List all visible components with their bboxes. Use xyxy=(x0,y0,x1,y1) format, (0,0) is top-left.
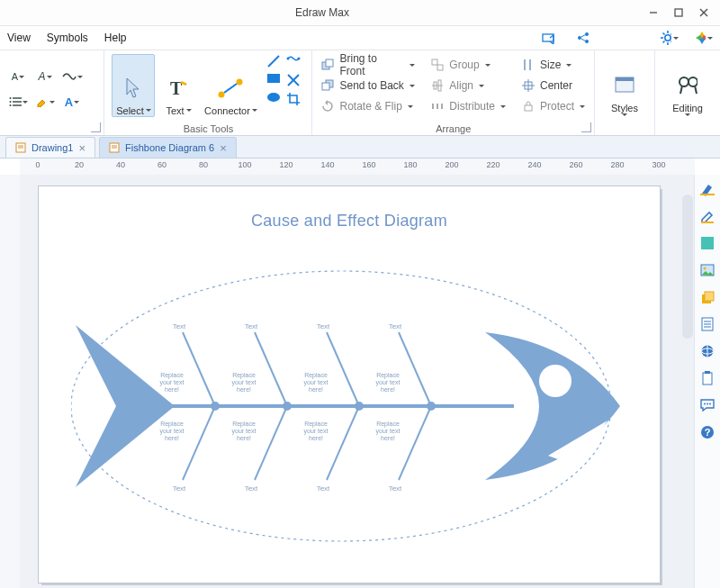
page-icon[interactable] xyxy=(698,315,716,333)
distribute-button[interactable]: Distribute xyxy=(429,97,508,115)
protect-button[interactable]: Protect xyxy=(520,97,587,115)
menu-view[interactable]: View xyxy=(7,32,31,44)
styles-button[interactable]: Styles xyxy=(602,54,647,117)
align-button[interactable]: Align xyxy=(429,77,508,95)
bring-front-label: Bring to Front xyxy=(339,52,404,77)
cross-shape-icon[interactable] xyxy=(286,73,301,87)
svg-rect-30 xyxy=(267,74,280,83)
svg-text:your text: your text xyxy=(376,379,400,386)
size-label: Size xyxy=(540,59,561,71)
minimize-button[interactable] xyxy=(641,4,666,22)
dialog-launcher-arrange-icon[interactable] xyxy=(581,122,591,132)
svg-rect-41 xyxy=(437,65,443,70)
size-button[interactable]: Size xyxy=(520,56,587,74)
svg-rect-46 xyxy=(436,104,438,109)
svg-rect-114 xyxy=(700,194,715,195)
diagram-title: Cause and Effect Diagram xyxy=(39,212,660,231)
fishbone-diagram[interactable]: TextTextReplaceyour texthere!Replaceyour… xyxy=(71,262,629,550)
canvas[interactable]: Cause and Effect Diagram TextTextReplace… xyxy=(20,175,695,588)
svg-rect-1 xyxy=(675,9,682,16)
settings-icon[interactable] xyxy=(661,29,679,47)
svg-text:here!: here! xyxy=(165,435,179,441)
comment-icon[interactable] xyxy=(698,396,716,414)
ribbon: A A A Select T Text Connec xyxy=(0,50,720,136)
crop-shape-icon[interactable] xyxy=(286,92,301,106)
share-icon[interactable] xyxy=(574,29,592,47)
svg-point-32 xyxy=(287,58,290,60)
edit-icon[interactable] xyxy=(698,207,716,225)
rect-shape-icon[interactable] xyxy=(266,73,281,87)
svg-text:Replace: Replace xyxy=(160,421,184,428)
bring-to-front-button[interactable]: Bring to Front xyxy=(320,56,417,74)
image-icon[interactable] xyxy=(698,261,716,279)
svg-point-56 xyxy=(680,77,688,86)
svg-text:here!: here! xyxy=(165,386,179,393)
ruler-tick: 160 xyxy=(362,160,375,169)
connector-tool[interactable]: Connector xyxy=(202,54,259,117)
group-button[interactable]: Group xyxy=(429,56,508,74)
rotate-flip-button[interactable]: Rotate & Flip xyxy=(320,97,417,115)
center-button[interactable]: Center xyxy=(520,77,587,95)
menu-help[interactable]: Help xyxy=(104,32,127,44)
page[interactable]: Cause and Effect Diagram TextTextReplace… xyxy=(38,185,661,583)
text-tool[interactable]: T Text xyxy=(157,54,200,117)
maximize-button[interactable] xyxy=(666,4,691,22)
font-size-button[interactable]: A xyxy=(7,67,29,86)
svg-line-81 xyxy=(255,332,287,406)
svg-text:Text: Text xyxy=(245,484,258,493)
select-label: Select xyxy=(116,105,144,116)
scrollbar-vertical[interactable] xyxy=(682,194,693,339)
document-tabs: Drawing1 × Fishbone Diagram 6 × xyxy=(0,136,720,158)
svg-rect-4 xyxy=(543,34,554,41)
svg-point-94 xyxy=(355,402,364,411)
svg-point-72 xyxy=(211,402,220,411)
svg-point-105 xyxy=(427,402,436,411)
svg-point-23 xyxy=(9,101,11,103)
color-swatch-icon[interactable] xyxy=(698,234,716,252)
svg-point-132 xyxy=(709,403,711,405)
theme-icon[interactable] xyxy=(698,180,716,198)
pencil-shape-icon[interactable] xyxy=(286,54,301,68)
help-icon[interactable]: ? xyxy=(698,423,716,441)
svg-text:Text: Text xyxy=(317,484,330,493)
line-style-button[interactable] xyxy=(61,67,83,86)
send-back-label: Send to Back xyxy=(339,79,403,92)
highlight-button[interactable] xyxy=(34,92,56,112)
globe-icon[interactable] xyxy=(698,342,716,360)
send-to-back-button[interactable]: Send to Back xyxy=(320,77,417,95)
select-tool[interactable]: Select xyxy=(112,54,155,117)
close-icon[interactable]: × xyxy=(220,142,227,154)
app-logo-icon[interactable] xyxy=(695,29,713,47)
close-icon[interactable]: × xyxy=(78,142,86,154)
svg-line-29 xyxy=(268,56,279,67)
clipboard-icon[interactable] xyxy=(698,369,716,387)
svg-point-130 xyxy=(704,403,706,405)
ribbon-group-basic-tools: Select T Text Connector Basic Tools xyxy=(104,50,312,135)
list-button[interactable] xyxy=(7,92,29,112)
ruler-tick: 40 xyxy=(116,160,125,169)
editing-button[interactable]: Editing xyxy=(662,54,713,117)
menu-symbols[interactable]: Symbols xyxy=(47,32,88,44)
styles-label: Styles xyxy=(611,103,638,113)
svg-rect-55 xyxy=(616,77,634,81)
ruler-tick: 280 xyxy=(610,160,624,169)
font-color-button[interactable]: A xyxy=(61,92,83,112)
text-label: Text xyxy=(166,105,184,116)
tab-fishbone[interactable]: Fishbone Diagram 6 × xyxy=(99,137,237,158)
line-shape-icon[interactable] xyxy=(266,54,281,68)
ribbon-group-arrange: Bring to Front Send to Back Rotate & Fli… xyxy=(312,50,595,135)
protect-label: Protect xyxy=(540,100,574,113)
arrange-label: Arrange xyxy=(312,123,594,134)
tab-drawing1[interactable]: Drawing1 × xyxy=(5,137,95,158)
layers-icon[interactable] xyxy=(698,288,716,306)
dialog-launcher-icon[interactable] xyxy=(91,122,101,132)
ruler-tick: 220 xyxy=(486,160,500,169)
svg-line-104 xyxy=(399,406,431,480)
ellipse-shape-icon[interactable] xyxy=(266,92,281,106)
close-button[interactable] xyxy=(691,4,716,22)
font-style-button[interactable]: A xyxy=(34,67,56,86)
ruler-tick: 20 xyxy=(75,160,84,169)
cloud-icon[interactable] xyxy=(540,29,558,47)
ruler-tick: 140 xyxy=(320,160,334,169)
svg-text:Replace: Replace xyxy=(376,372,400,379)
